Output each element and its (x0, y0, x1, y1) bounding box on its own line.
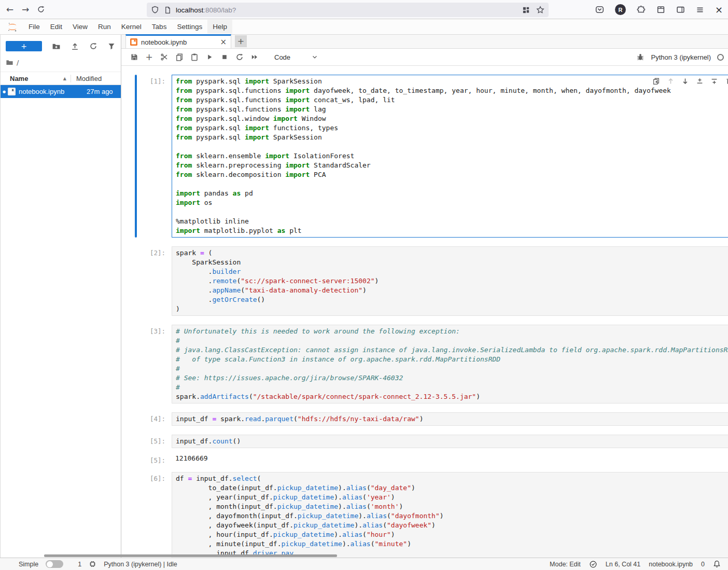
url-bar[interactable]: localhost:8080/lab? (147, 3, 549, 17)
delete-cell-icon[interactable] (725, 77, 728, 85)
mode-indicator[interactable]: Mode: Edit (550, 561, 581, 568)
file-row-notebook[interactable]: ● notebook.ipynb 27m ago (1, 85, 121, 98)
folder-icon[interactable] (6, 59, 13, 66)
paste-cells-icon[interactable] (187, 51, 202, 63)
shortcuts-grid-icon[interactable] (522, 6, 530, 14)
cell-prompt: [2]: (137, 246, 165, 316)
code-cell[interactable]: [4]:input_df = spark.read.parquet("hdfs:… (121, 412, 728, 426)
kernel-status-text[interactable]: Python 3 (ipykernel) | Idle (104, 561, 177, 568)
refresh-icon[interactable] (89, 42, 97, 50)
sort-asc-icon[interactable]: ▲ (63, 76, 66, 81)
menu-view[interactable]: View (67, 20, 93, 34)
debugger-bug-icon[interactable] (636, 53, 645, 61)
new-tab-button[interactable]: + (235, 35, 247, 47)
insert-cell-above-icon[interactable] (696, 77, 704, 85)
filter-icon[interactable] (107, 42, 116, 50)
chip-icon (89, 560, 96, 568)
output-area[interactable]: [5]:12106669 (121, 454, 728, 465)
plus-icon: + (21, 43, 27, 50)
menu-help[interactable]: Help (207, 20, 232, 34)
horizontal-scrollbar-thumb[interactable] (44, 554, 337, 557)
sidebar-icon[interactable] (676, 5, 685, 14)
cell-type-dropdown[interactable]: Code (271, 52, 321, 62)
file-list-header: Name▲ Modified (1, 72, 121, 85)
duplicate-cell-icon[interactable] (652, 77, 660, 85)
browser-toolbar: ← → localhost:8080/lab? R (0, 0, 728, 19)
add-cell-icon[interactable]: + (142, 51, 157, 63)
tab-title: notebook.ipynb (141, 38, 216, 46)
cut-cells-icon[interactable] (157, 51, 172, 63)
kernel-name[interactable]: Python 3 (ipykernel) (651, 53, 711, 61)
plus-icon: + (237, 36, 244, 46)
menu-edit[interactable]: Edit (45, 20, 67, 34)
trusted-icon[interactable] (589, 560, 597, 568)
upload-icon[interactable] (71, 42, 79, 51)
output-text[interactable]: 12106669 (172, 454, 728, 465)
cell-editor[interactable]: df = input_df.select( to_date(input_df.p… (172, 472, 728, 558)
copy-cells-icon[interactable] (172, 51, 187, 63)
run-cell-icon[interactable] (202, 51, 217, 63)
kernel-count[interactable]: 1 (78, 561, 81, 568)
kernel-status-icon[interactable] (717, 54, 724, 61)
notebook-file-icon (8, 88, 16, 95)
status-bar: Simple 1 Python 3 (ipykernel) | Idle Mod… (0, 558, 728, 570)
column-name-label: Name (10, 75, 28, 82)
url-host: localhost (176, 6, 203, 14)
cell-toolbar (651, 77, 728, 86)
move-cell-up-icon[interactable] (667, 77, 675, 85)
window-close-icon[interactable]: × (715, 4, 723, 15)
browser-back-icon[interactable]: ← (2, 2, 18, 17)
menu-file[interactable]: File (23, 20, 45, 34)
restart-kernel-icon[interactable] (232, 51, 247, 63)
bookmark-star-icon[interactable] (536, 6, 544, 14)
code-cell[interactable]: [5]:input_df.count() (121, 435, 728, 448)
workspace: + / Name▲ Modified ● (0, 35, 728, 558)
new-folder-icon[interactable] (52, 42, 61, 51)
cursor-position[interactable]: Ln 6, Col 41 (606, 561, 640, 568)
menu-run[interactable]: Run (93, 20, 116, 34)
code-cell[interactable]: [1]:from pyspark.sql import SparkSession… (121, 75, 728, 238)
notification-count[interactable]: 0 (701, 561, 705, 568)
interrupt-kernel-icon[interactable] (217, 51, 232, 63)
file-browser-panel: + / Name▲ Modified ● (1, 35, 121, 558)
restart-run-all-icon[interactable] (247, 51, 262, 63)
column-modified[interactable]: Modified (71, 75, 121, 82)
code-cell[interactable]: [2]:spark = ( SparkSession .builder .rem… (121, 246, 728, 316)
menu-kernel[interactable]: Kernel (116, 20, 147, 34)
extensions-puzzle-icon[interactable] (637, 5, 646, 14)
save-icon[interactable] (127, 51, 142, 63)
url-path: :8080/lab? (203, 6, 236, 14)
file-modified: 27m ago (87, 88, 121, 95)
main-dock-panel: notebook.ipynb × + + (121, 35, 728, 558)
cell-editor[interactable]: from pyspark.sql import SparkSessionfrom… (172, 75, 728, 238)
notebook-tab-icon (130, 38, 137, 46)
simple-mode-toggle[interactable] (46, 560, 63, 568)
breadcrumb[interactable]: / (1, 51, 121, 66)
unsaved-dot-icon: ● (1, 90, 8, 94)
tab-close-icon[interactable]: × (220, 37, 227, 47)
cell-editor[interactable]: # Unfortunately this is needed to work a… (172, 325, 728, 404)
column-name[interactable]: Name▲ (1, 75, 71, 82)
browser-reload-icon[interactable] (33, 2, 49, 17)
cell-editor[interactable]: input_df.count() (172, 435, 728, 448)
menu-settings[interactable]: Settings (172, 20, 207, 34)
library-icon[interactable] (656, 5, 665, 14)
move-cell-down-icon[interactable] (681, 77, 689, 85)
browser-forward-icon[interactable]: → (18, 2, 33, 17)
breadcrumb-root[interactable]: / (17, 59, 19, 66)
tab-notebook[interactable]: notebook.ipynb × (125, 34, 231, 48)
cell-editor[interactable]: input_df = spark.read.parquet("hdfs://hd… (172, 412, 728, 426)
shield-icon[interactable] (151, 6, 159, 14)
code-cell[interactable]: [6]:df = input_df.select( to_date(input_… (121, 472, 728, 558)
pocket-icon[interactable] (595, 5, 604, 14)
notebook-content[interactable]: [1]:from pyspark.sql import SparkSession… (121, 66, 728, 558)
insert-cell-below-icon[interactable] (710, 77, 718, 85)
menu-tabs[interactable]: Tabs (147, 20, 172, 34)
bell-icon[interactable] (713, 560, 721, 568)
cell-editor[interactable]: spark = ( SparkSession .builder .remote(… (172, 246, 728, 316)
account-avatar[interactable]: R (615, 4, 626, 15)
page-icon (164, 6, 172, 14)
code-cell[interactable]: [3]:# Unfortunately this is needed to wo… (121, 325, 728, 404)
new-launcher-button[interactable]: + (6, 41, 42, 51)
menu-hamburger-icon[interactable] (696, 6, 704, 14)
